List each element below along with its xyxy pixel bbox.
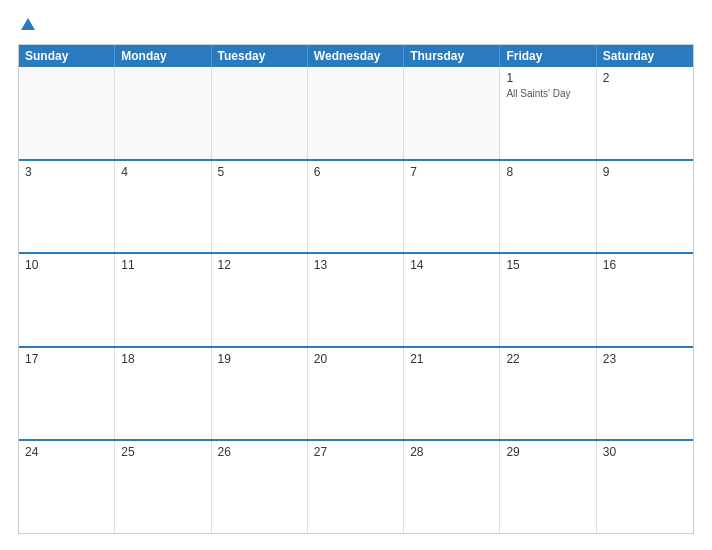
day-cell: 15: [500, 254, 596, 346]
day-number: 25: [121, 445, 204, 459]
day-cell: [212, 67, 308, 159]
day-number: 19: [218, 352, 301, 366]
day-header-sunday: Sunday: [19, 45, 115, 67]
day-number: 18: [121, 352, 204, 366]
holiday-label: All Saints' Day: [506, 87, 589, 100]
day-number: 11: [121, 258, 204, 272]
day-header-saturday: Saturday: [597, 45, 693, 67]
day-number: 6: [314, 165, 397, 179]
day-number: 2: [603, 71, 687, 85]
day-cell: 8: [500, 161, 596, 253]
week-row-5: 24252627282930: [19, 439, 693, 533]
day-number: 9: [603, 165, 687, 179]
day-number: 22: [506, 352, 589, 366]
day-number: 28: [410, 445, 493, 459]
day-number: 27: [314, 445, 397, 459]
day-number: 24: [25, 445, 108, 459]
day-headers-row: SundayMondayTuesdayWednesdayThursdayFrid…: [19, 45, 693, 67]
day-header-monday: Monday: [115, 45, 211, 67]
day-number: 10: [25, 258, 108, 272]
day-number: 14: [410, 258, 493, 272]
weeks-container: 1All Saints' Day234567891011121314151617…: [19, 67, 693, 533]
day-cell: 9: [597, 161, 693, 253]
day-number: 21: [410, 352, 493, 366]
day-cell: 4: [115, 161, 211, 253]
day-cell: 23: [597, 348, 693, 440]
week-row-2: 3456789: [19, 159, 693, 253]
day-number: 3: [25, 165, 108, 179]
day-cell: 20: [308, 348, 404, 440]
day-cell: 30: [597, 441, 693, 533]
day-cell: 27: [308, 441, 404, 533]
day-header-friday: Friday: [500, 45, 596, 67]
day-cell: 5: [212, 161, 308, 253]
day-cell: 13: [308, 254, 404, 346]
day-cell: 29: [500, 441, 596, 533]
day-number: 7: [410, 165, 493, 179]
day-cell: 10: [19, 254, 115, 346]
day-cell: 19: [212, 348, 308, 440]
logo: [18, 16, 39, 34]
day-cell: 25: [115, 441, 211, 533]
day-cell: 26: [212, 441, 308, 533]
day-number: 17: [25, 352, 108, 366]
calendar-header: [18, 16, 694, 34]
calendar-page: SundayMondayTuesdayWednesdayThursdayFrid…: [0, 0, 712, 550]
day-number: 1: [506, 71, 589, 85]
day-cell: 7: [404, 161, 500, 253]
week-row-3: 10111213141516: [19, 252, 693, 346]
day-cell: 6: [308, 161, 404, 253]
day-cell: 18: [115, 348, 211, 440]
day-cell: [404, 67, 500, 159]
day-number: 26: [218, 445, 301, 459]
day-cell: 28: [404, 441, 500, 533]
day-cell: 1All Saints' Day: [500, 67, 596, 159]
day-header-tuesday: Tuesday: [212, 45, 308, 67]
day-number: 29: [506, 445, 589, 459]
day-cell: 12: [212, 254, 308, 346]
day-number: 4: [121, 165, 204, 179]
day-number: 20: [314, 352, 397, 366]
calendar-grid: SundayMondayTuesdayWednesdayThursdayFrid…: [18, 44, 694, 534]
day-header-wednesday: Wednesday: [308, 45, 404, 67]
week-row-1: 1All Saints' Day2: [19, 67, 693, 159]
logo-triangle-icon: [21, 18, 35, 30]
day-cell: 2: [597, 67, 693, 159]
day-number: 13: [314, 258, 397, 272]
day-cell: 17: [19, 348, 115, 440]
day-number: 5: [218, 165, 301, 179]
day-number: 8: [506, 165, 589, 179]
day-number: 23: [603, 352, 687, 366]
day-cell: 11: [115, 254, 211, 346]
day-cell: 3: [19, 161, 115, 253]
day-header-thursday: Thursday: [404, 45, 500, 67]
day-number: 15: [506, 258, 589, 272]
day-cell: [308, 67, 404, 159]
day-number: 12: [218, 258, 301, 272]
week-row-4: 17181920212223: [19, 346, 693, 440]
day-cell: 24: [19, 441, 115, 533]
day-cell: 16: [597, 254, 693, 346]
day-number: 16: [603, 258, 687, 272]
day-cell: [19, 67, 115, 159]
day-cell: [115, 67, 211, 159]
day-cell: 21: [404, 348, 500, 440]
day-cell: 22: [500, 348, 596, 440]
day-number: 30: [603, 445, 687, 459]
day-cell: 14: [404, 254, 500, 346]
